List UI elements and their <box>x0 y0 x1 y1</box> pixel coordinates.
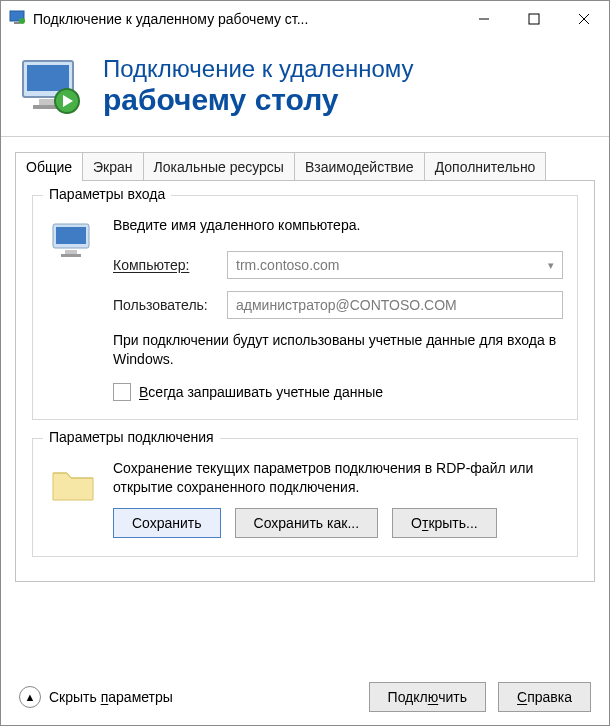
save-as-button[interactable]: Сохранить как... <box>235 508 378 538</box>
close-button[interactable] <box>559 1 609 37</box>
login-info: При подключении будут использованы учетн… <box>113 331 563 369</box>
always-ask-label: Всегда запрашивать учетные данные <box>139 384 383 400</box>
titlebar: Подключение к удаленному рабочему ст... <box>1 1 609 37</box>
user-field[interactable]: администратор@CONTOSO.COM <box>227 291 563 319</box>
tab-local-resources[interactable]: Локальные ресурсы <box>143 152 295 181</box>
user-value: администратор@CONTOSO.COM <box>236 297 457 313</box>
hide-options-label: Скрыть параметры <box>49 689 173 705</box>
tabs-container: Общие Экран Локальные ресурсы Взаимодейс… <box>1 137 609 582</box>
connection-info: Сохранение текущих параметров подключени… <box>113 459 563 497</box>
computer-combo[interactable]: trm.contoso.com ▾ <box>227 251 563 279</box>
user-label: Пользователь: <box>113 297 227 313</box>
minimize-button[interactable] <box>459 1 509 37</box>
open-button[interactable]: Открыть... <box>392 508 497 538</box>
computer-value: trm.contoso.com <box>236 257 339 273</box>
banner-text: Подключение к удаленному рабочему столу <box>103 55 414 117</box>
chevron-down-icon: ▾ <box>548 258 554 271</box>
banner-line2: рабочему столу <box>103 83 414 118</box>
bottom-bar: ▲ Скрыть параметры Подключить Справка <box>1 669 609 725</box>
svg-rect-13 <box>56 227 86 244</box>
computer-label: Компьютер: <box>113 257 227 273</box>
group-login: Параметры входа Введите имя удаленного к… <box>32 195 578 420</box>
tab-experience[interactable]: Взаимодействие <box>294 152 425 181</box>
banner-line1: Подключение к удаленному <box>103 55 414 83</box>
svg-rect-1 <box>14 22 20 24</box>
svg-rect-15 <box>61 254 81 257</box>
computer-row: Компьютер: trm.contoso.com ▾ <box>113 251 563 279</box>
tab-display[interactable]: Экран <box>82 152 144 181</box>
svg-rect-14 <box>65 250 77 254</box>
rdp-monitor-icon <box>19 55 89 119</box>
svg-rect-4 <box>529 14 539 24</box>
always-ask-row: Всегда запрашивать учетные данные <box>113 383 563 401</box>
user-row: Пользователь: администратор@CONTOSO.COM <box>113 291 563 319</box>
title-text: Подключение к удаленному рабочему ст... <box>33 11 308 27</box>
group-login-title: Параметры входа <box>43 186 171 202</box>
tabs: Общие Экран Локальные ресурсы Взаимодейс… <box>15 151 595 180</box>
login-prompt: Введите имя удаленного компьютера. <box>113 216 563 235</box>
group-connection-title: Параметры подключения <box>43 429 220 445</box>
always-ask-checkbox[interactable] <box>113 383 131 401</box>
maximize-button[interactable] <box>509 1 559 37</box>
computer-icon <box>47 216 99 268</box>
collapse-arrow-icon: ▲ <box>19 686 41 708</box>
connection-buttons: Сохранить Сохранить как... Открыть... <box>113 508 563 538</box>
tab-advanced[interactable]: Дополнительно <box>424 152 547 181</box>
tab-body-general: Параметры входа Введите имя удаленного к… <box>15 180 595 582</box>
hide-options-toggle[interactable]: ▲ Скрыть параметры <box>19 686 173 708</box>
tab-general[interactable]: Общие <box>15 152 83 181</box>
rdp-dialog: Подключение к удаленному рабочему ст... … <box>0 0 610 726</box>
save-button[interactable]: Сохранить <box>113 508 221 538</box>
app-icon <box>9 9 27 30</box>
help-button[interactable]: Справка <box>498 682 591 712</box>
connect-button[interactable]: Подключить <box>369 682 487 712</box>
group-connection: Параметры подключения Сохранение текущих… <box>32 438 578 558</box>
svg-point-2 <box>19 18 25 24</box>
folder-icon <box>47 459 99 511</box>
svg-rect-8 <box>27 65 69 91</box>
header-banner: Подключение к удаленному рабочему столу <box>1 37 609 137</box>
